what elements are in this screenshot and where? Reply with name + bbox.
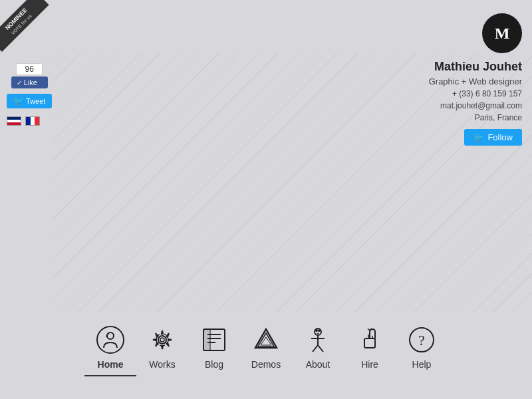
nav-item-demos[interactable]: Demos	[240, 319, 292, 375]
demos-icon	[251, 325, 281, 355]
like-label: Like	[24, 78, 37, 86]
nav-item-about[interactable]: About	[292, 319, 344, 375]
svg-point-2	[158, 336, 166, 344]
hire-icon	[354, 325, 385, 355]
tweet-label: Tweet	[26, 97, 45, 105]
avatar-initials: M	[495, 25, 510, 43]
works-icon	[147, 325, 178, 355]
profile-name: Mathieu Jouhet	[434, 60, 522, 74]
flag-french[interactable]	[25, 116, 40, 126]
checkmark-icon: ✓	[17, 79, 22, 86]
svg-rect-18	[364, 338, 375, 348]
twitter-icon: 🐦	[13, 96, 23, 106]
profile-section: M Mathieu Jouhet Graphic + Web designer …	[429, 13, 522, 146]
nav-label-works: Works	[149, 359, 175, 370]
profile-phone: + (33) 6 80 159 157	[452, 89, 522, 98]
nominee-badge-inner: NOMINEE VOTE for us	[0, 0, 49, 52]
nav-label-hire: Hire	[361, 359, 378, 370]
nav-label-demos: Demos	[251, 359, 281, 370]
nav-label-about: About	[306, 359, 331, 370]
like-button[interactable]: ✓ Like	[11, 76, 48, 88]
profile-email: mat.jouhet@gmail.com	[440, 101, 522, 110]
tweet-button[interactable]: 🐦 Tweet	[7, 94, 52, 108]
nav-item-help[interactable]: ? Help	[396, 319, 448, 375]
nominee-badge[interactable]: NOMINEE VOTE for us	[0, 0, 53, 53]
profile-title: Graphic + Web designer	[429, 76, 522, 86]
svg-point-17	[319, 330, 320, 331]
twitter-follow-icon: 🐦	[473, 132, 484, 142]
svg-point-3	[160, 338, 164, 342]
svg-line-14	[313, 345, 318, 352]
profile-location: Paris, France	[475, 113, 522, 122]
left-sidebar: 96 ✓ Like 🐦 Tweet	[7, 63, 52, 126]
home-icon	[95, 325, 126, 355]
about-icon	[303, 325, 333, 355]
nav-item-works[interactable]: Works	[136, 319, 188, 375]
flag-english[interactable]	[7, 116, 21, 126]
nav-label-home: Home	[98, 359, 124, 370]
svg-point-16	[316, 330, 317, 331]
follow-button[interactable]: 🐦 Follow	[464, 129, 522, 146]
nav-bar: Home Works	[0, 313, 532, 399]
svg-text:?: ?	[418, 332, 425, 348]
nav-item-hire[interactable]: Hire	[344, 319, 396, 375]
svg-rect-9	[203, 329, 210, 350]
nav-label-help: Help	[412, 359, 432, 370]
help-icon: ?	[406, 325, 437, 355]
follow-label: Follow	[487, 132, 513, 142]
language-flags	[7, 116, 52, 126]
svg-line-15	[318, 345, 323, 352]
like-widget: 96 ✓ Like	[7, 63, 52, 88]
blog-icon	[199, 325, 229, 355]
like-count: 96	[16, 63, 43, 75]
nav-item-home[interactable]: Home	[84, 319, 136, 376]
nav-label-blog: Blog	[205, 359, 223, 370]
nav-item-blog[interactable]: Blog	[188, 319, 240, 375]
avatar: M	[482, 13, 522, 53]
